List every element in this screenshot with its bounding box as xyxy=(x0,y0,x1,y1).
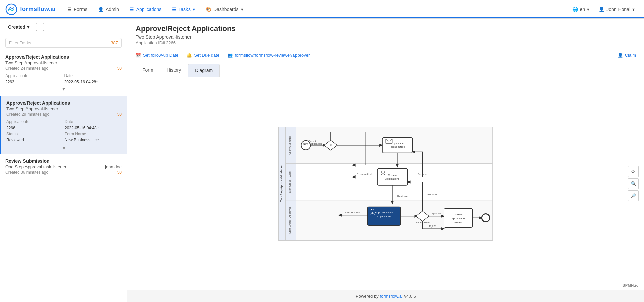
nav-admin-label: Admin xyxy=(106,7,119,12)
task-title: Approve/Reject Applications xyxy=(6,100,122,106)
sidebar-filter-label: Created xyxy=(8,24,25,30)
claim-person-icon: 👤 xyxy=(618,53,623,58)
svg-text:Resubmitted: Resubmitted xyxy=(357,173,372,176)
logo-icon xyxy=(5,3,17,15)
claim-button[interactable]: 👤 Claim xyxy=(618,53,636,58)
nav-forms[interactable]: ☰ Forms xyxy=(63,4,91,15)
claim-label: Claim xyxy=(625,53,636,58)
task-filter-input[interactable]: Filter Tasks 387 xyxy=(5,38,122,48)
nav-dashboards-label: Dashboards xyxy=(213,7,239,12)
content-body: Two Step Approval-Listener Client/Submit… xyxy=(127,77,644,290)
content-panel: Approve/Reject Applications Two Step App… xyxy=(127,19,644,302)
admin-icon: 👤 xyxy=(98,7,104,12)
nav-dashboards[interactable]: 🎨 Dashboards ▾ xyxy=(202,4,247,15)
svg-text:Review: Review xyxy=(388,174,397,177)
add-icon: + xyxy=(38,24,41,30)
logo-text: formsflow.ai xyxy=(20,6,55,13)
task-card[interactable]: Approve/Reject Applications Two Step App… xyxy=(0,96,127,154)
nav-applications-label: Applications xyxy=(136,7,162,12)
dashboards-chevron-icon: ▾ xyxy=(241,7,243,12)
sidebar-add-button[interactable]: + xyxy=(36,23,44,31)
group-users[interactable]: 👥 formsflow/formsflow-reviewer/approver xyxy=(227,53,310,58)
svg-point-0 xyxy=(6,4,17,15)
tab-history-label: History xyxy=(167,67,181,73)
main-layout: Created ▾ + Filter Tasks 387 Approve/Rej… xyxy=(0,19,644,302)
sidebar-header: Created ▾ + xyxy=(0,19,127,35)
diagram-reset-button[interactable]: ⟳ xyxy=(628,166,639,177)
zoom-in-icon: 🔍 xyxy=(631,181,636,186)
topnav: formsflow.ai ☰ Forms 👤 Admin ☰ Applicati… xyxy=(0,0,644,19)
task-title: Approve/Reject Applications xyxy=(5,54,122,60)
footer-link[interactable]: formsflow.ai xyxy=(380,294,403,299)
task-fields: ApplicationId Date 2263 2022-05-16 04:28… xyxy=(5,73,122,84)
svg-text:Application: Application xyxy=(391,142,404,145)
svg-text:Approve/Reject: Approve/Reject xyxy=(375,211,393,214)
user-chevron-icon: ▾ xyxy=(632,7,635,12)
svg-text:approve: approve xyxy=(432,212,441,215)
nav-user-label: John Honai xyxy=(606,7,630,12)
content-actions: 📅 Set follow-up Date 🔔 Set Due date 👥 fo… xyxy=(136,49,636,61)
svg-point-51 xyxy=(482,214,490,222)
due-date-button[interactable]: 🔔 Set Due date xyxy=(186,53,219,58)
content-tabs: Form History Diagram xyxy=(136,64,636,77)
task-subtitle: One Step Approval task listener john.doe xyxy=(5,164,122,169)
tab-form[interactable]: Form xyxy=(136,64,160,77)
task-collapse-btn[interactable]: ▴ xyxy=(6,144,122,150)
filter-chevron-icon: ▾ xyxy=(27,24,29,30)
svg-text:New Application: New Application xyxy=(303,142,322,145)
zoom-out-icon: 🔎 xyxy=(631,193,636,198)
task-collapse-btn[interactable]: ▾ xyxy=(5,86,122,92)
field-label: Date xyxy=(65,119,122,124)
task-created: Created 36 minutes ago xyxy=(5,170,48,175)
applications-icon: ☰ xyxy=(130,7,134,12)
bpmnio-label: BPMN.io xyxy=(622,283,639,287)
nav-tasks[interactable]: ☰ Tasks ▾ xyxy=(168,4,199,15)
tab-history[interactable]: History xyxy=(160,64,188,77)
tab-diagram[interactable]: Diagram xyxy=(188,64,220,77)
diagram-zoom-in-button[interactable]: 🔍 xyxy=(628,178,639,189)
footer: Powered by formsflow.ai v4.0.6 xyxy=(127,290,644,302)
svg-text:Application: Application xyxy=(451,217,465,220)
task-title: Review Submission xyxy=(5,158,122,164)
field-value: Reviewed xyxy=(6,138,63,142)
svg-text:Status: Status xyxy=(454,221,462,224)
logo[interactable]: formsflow.ai xyxy=(5,3,55,15)
task-card[interactable]: Approve/Reject Applications Two Step App… xyxy=(0,50,127,96)
due-date-label: Set Due date xyxy=(194,53,219,58)
dashboards-icon: 🎨 xyxy=(206,7,211,12)
task-meta: Created 36 minutes ago 50 xyxy=(5,170,122,175)
lang-chevron-icon: ▾ xyxy=(587,7,589,12)
field-value: 2022-05-16 04:28:: xyxy=(64,80,122,84)
nav-lang[interactable]: 🌐 en ▾ xyxy=(568,4,594,15)
calendar-icon: 📅 xyxy=(136,53,141,58)
field-label: Date xyxy=(64,73,122,78)
field-value: 2266 xyxy=(6,125,63,130)
nav-lang-label: en xyxy=(580,7,585,12)
diagram-zoom-out-button[interactable]: 🔎 xyxy=(628,190,639,201)
nav-tasks-label: Tasks xyxy=(178,7,191,12)
bell-icon: 🔔 xyxy=(186,53,192,58)
users-icon: 👥 xyxy=(227,53,233,58)
task-created: Created 24 minutes ago xyxy=(5,66,48,71)
task-fields: ApplicationId Date 2266 2022-05-16 04:48… xyxy=(6,119,122,142)
svg-text:Staff Group - Clerk: Staff Group - Clerk xyxy=(288,170,291,193)
nav-applications[interactable]: ☰ Applications xyxy=(126,4,166,15)
task-card[interactable]: Review Submission One Step Approval task… xyxy=(0,154,127,179)
filter-count: 387 xyxy=(111,40,118,45)
tab-form-label: Form xyxy=(142,67,153,73)
content-header: Approve/Reject Applications Two Step App… xyxy=(127,19,644,77)
content-title: Approve/Reject Applications xyxy=(136,24,636,33)
bpmn-diagram: Two Step Approval-Listener Client/Submit… xyxy=(278,127,493,241)
nav-user[interactable]: 👤 John Honai ▾ xyxy=(595,4,639,15)
field-value: New Business Lice... xyxy=(65,138,122,142)
diagram-area: Two Step Approval-Listener Client/Submit… xyxy=(127,77,644,290)
task-listener: One Step Approval task listener xyxy=(5,164,66,169)
nav-admin[interactable]: 👤 Admin xyxy=(94,4,123,15)
footer-version: v4.0.6 xyxy=(403,294,416,299)
lang-icon: 🌐 xyxy=(572,7,578,12)
filter-placeholder: Filter Tasks xyxy=(9,40,31,45)
field-label: ApplicationId xyxy=(5,73,63,78)
sidebar-filter-btn[interactable]: Created ▾ xyxy=(5,23,32,31)
follow-up-button[interactable]: 📅 Set follow-up Date xyxy=(136,53,178,58)
svg-text:Applications: Applications xyxy=(385,177,399,180)
